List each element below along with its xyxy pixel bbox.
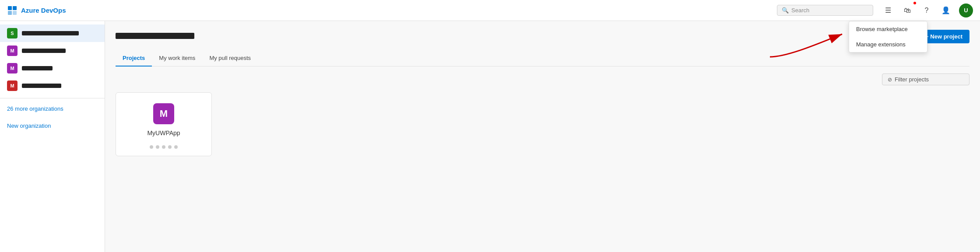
projects-grid: M MyUWPApp: [116, 92, 969, 156]
org-name-redacted-3: [22, 66, 53, 70]
filter-placeholder: Filter projects: [895, 76, 929, 83]
filter-row: ⊘ Filter projects: [116, 74, 969, 85]
org-avatar-4: M: [7, 80, 18, 91]
manage-extensions-item[interactable]: Manage extensions: [849, 37, 927, 52]
project-name-myuwpapp: MyUWPApp: [147, 130, 180, 136]
main-layout: S M M M 26 more organizations New org: [0, 21, 980, 252]
card-dot-4: [168, 145, 172, 149]
org-avatar-2: M: [7, 46, 18, 56]
main-content: + New project Projects My work items My …: [105, 21, 980, 252]
search-icon: 🔍: [782, 7, 789, 14]
new-organization-link[interactable]: New organization: [0, 119, 105, 133]
org-name-3: [22, 65, 98, 72]
page-title: [116, 33, 194, 41]
settings-icon-button[interactable]: ☰: [880, 3, 896, 18]
tab-projects[interactable]: Projects: [116, 50, 152, 66]
svg-rect-2: [8, 11, 12, 15]
project-card-myuwpapp[interactable]: M MyUWPApp: [116, 92, 212, 156]
org-name-4: [22, 83, 98, 89]
card-dot-1: [150, 145, 153, 149]
sidebar: S M M M 26 more organizations New org: [0, 21, 105, 252]
card-dot-2: [156, 145, 159, 149]
org-name-2: [22, 48, 98, 54]
tabs-bar: Projects My work items My pull requests: [116, 50, 969, 66]
tab-pull-requests[interactable]: My pull requests: [202, 50, 258, 66]
header-icons: ☰ 🛍 ? 👤 U: [880, 3, 973, 18]
project-avatar-myuwpapp: M: [153, 103, 174, 124]
svg-rect-3: [13, 11, 17, 15]
org-avatar-1: S: [7, 28, 18, 38]
org-name-redacted-4: [22, 84, 61, 88]
card-dot-3: [162, 145, 165, 149]
svg-rect-1: [13, 6, 17, 10]
search-placeholder: Search: [791, 7, 809, 14]
org-name-redacted-1: [22, 31, 79, 35]
tab-work-items[interactable]: My work items: [152, 50, 202, 66]
brand-name: Azure DevOps: [21, 7, 66, 14]
search-box[interactable]: 🔍 Search: [777, 5, 873, 16]
notification-dot: [913, 2, 916, 4]
app-header: Azure DevOps 🔍 Search ☰ 🛍 ? 👤 U: [0, 0, 980, 21]
sidebar-item-org-2[interactable]: M: [0, 42, 105, 60]
brand-logo[interactable]: Azure DevOps: [7, 5, 66, 16]
sidebar-item-org-1[interactable]: S: [0, 24, 105, 42]
main-header-row: + New project: [116, 30, 969, 43]
org-avatar-3: M: [7, 63, 18, 74]
sidebar-item-org-3[interactable]: M: [0, 60, 105, 77]
help-icon-button[interactable]: ?: [919, 3, 934, 18]
more-organizations-link[interactable]: 26 more organizations: [0, 102, 105, 116]
browse-marketplace-item[interactable]: Browse marketplace: [849, 21, 927, 37]
user-avatar[interactable]: U: [959, 4, 973, 18]
page-title-redacted: [116, 33, 194, 39]
azure-devops-icon: [7, 5, 18, 16]
org-name-redacted-2: [22, 49, 66, 53]
user-icon-button[interactable]: 👤: [938, 3, 954, 18]
filter-icon: ⊘: [888, 77, 892, 83]
org-name-1: [22, 30, 98, 37]
svg-rect-0: [8, 6, 12, 10]
sidebar-divider: [0, 98, 105, 98]
extensions-dropdown: Browse marketplace Manage extensions: [849, 21, 927, 52]
sidebar-item-org-4[interactable]: M: [0, 77, 105, 94]
card-dots: [150, 145, 178, 149]
filter-projects-input[interactable]: ⊘ Filter projects: [882, 74, 969, 85]
card-dot-5: [174, 145, 178, 149]
extensions-icon-button[interactable]: 🛍: [899, 3, 915, 18]
